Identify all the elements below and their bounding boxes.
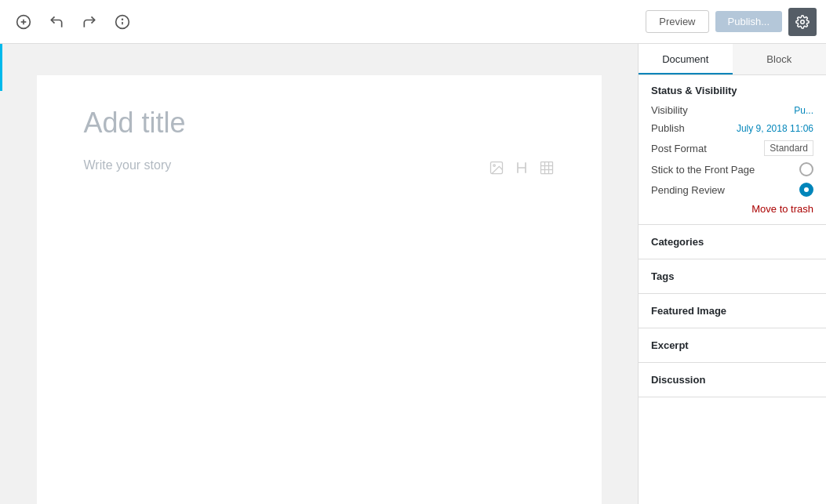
post-format-label: Post Format — [651, 143, 707, 154]
editor-area: Add title Write your story — [0, 44, 638, 504]
excerpt-section[interactable]: Excerpt — [639, 328, 826, 363]
discussion-section[interactable]: Discussion — [639, 363, 826, 397]
preview-button[interactable]: Preview — [646, 10, 708, 33]
sidebar-tabs: Document Block — [639, 44, 826, 75]
toolbar-right: Preview Publish... — [646, 8, 817, 36]
main-layout: Add title Write your story — [0, 44, 826, 504]
excerpt-title: Excerpt — [651, 339, 689, 351]
pending-review-toggle[interactable] — [799, 183, 813, 197]
tab-block[interactable]: Block — [733, 44, 827, 74]
body-placeholder[interactable]: Write your story — [84, 158, 473, 172]
info-button[interactable] — [108, 8, 136, 36]
left-indicator — [0, 44, 2, 91]
image-icon[interactable] — [489, 160, 504, 178]
status-visibility-title: Status & Visibility — [651, 85, 813, 96]
editor-body: Write your story — [84, 158, 555, 178]
publish-row: Publish July 9, 2018 11:06 — [651, 122, 813, 134]
categories-title: Categories — [651, 236, 704, 248]
undo-button[interactable] — [42, 8, 71, 36]
editor-content: Add title Write your story — [37, 75, 602, 504]
publish-button[interactable]: Publish... — [715, 11, 782, 32]
post-format-value[interactable]: Standard — [764, 140, 813, 156]
tab-document[interactable]: Document — [639, 44, 733, 74]
stick-label: Stick to the Front Page — [651, 164, 755, 176]
title-placeholder[interactable]: Add title — [84, 107, 555, 140]
discussion-title: Discussion — [651, 374, 705, 386]
pending-review-row: Pending Review — [651, 183, 813, 197]
move-to-trash-link[interactable]: Move to trash — [751, 203, 813, 215]
table-icon[interactable] — [539, 160, 555, 178]
settings-button[interactable] — [788, 8, 817, 36]
toolbar: Preview Publish... — [0, 0, 826, 44]
pending-review-label: Pending Review — [651, 184, 725, 196]
add-button[interactable] — [9, 8, 38, 36]
sidebar: Document Block Status & Visibility Visib… — [638, 44, 826, 504]
heading-icon[interactable] — [514, 160, 529, 178]
svg-rect-9 — [540, 162, 552, 174]
toolbar-left — [9, 8, 646, 36]
svg-point-6 — [801, 20, 805, 24]
visibility-row: Visibility Pu... — [651, 104, 813, 116]
featured-image-section[interactable]: Featured Image — [639, 294, 826, 328]
categories-section[interactable]: Categories — [639, 225, 826, 259]
featured-image-title: Featured Image — [651, 305, 726, 317]
publish-value[interactable]: July 9, 2018 11:06 — [737, 123, 813, 134]
editor-icon-group — [489, 160, 555, 178]
post-format-row: Post Format Standard — [651, 140, 813, 156]
tags-section[interactable]: Tags — [639, 259, 826, 294]
svg-point-8 — [493, 165, 495, 167]
visibility-value[interactable]: Pu... — [794, 105, 813, 116]
move-to-trash-container: Move to trash — [651, 203, 813, 215]
redo-button[interactable] — [75, 8, 104, 36]
stick-row: Stick to the Front Page — [651, 162, 813, 176]
status-visibility-section: Status & Visibility Visibility Pu... Pub… — [639, 75, 826, 225]
publish-label: Publish — [651, 122, 685, 134]
stick-toggle[interactable] — [799, 162, 813, 176]
tags-title: Tags — [651, 270, 674, 282]
visibility-label: Visibility — [651, 104, 688, 116]
